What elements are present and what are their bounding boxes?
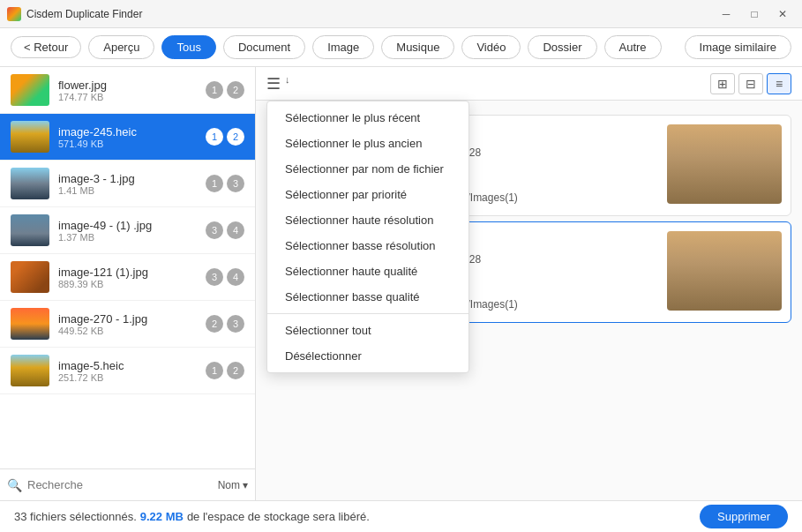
tab-musique[interactable]: Musique xyxy=(381,35,454,59)
close-button[interactable]: ✕ xyxy=(770,5,795,23)
file-thumbnail xyxy=(11,261,49,293)
entry-image-preview-2 xyxy=(667,231,782,311)
badge-1: 1 xyxy=(206,128,223,146)
tab-autre[interactable]: Autre xyxy=(604,35,662,59)
dropdown-item-low-res[interactable]: Sélectionner basse résolution xyxy=(267,233,468,259)
file-size: 251.72 KB xyxy=(58,372,200,383)
titlebar: Cisdem Duplicate Finder ─ □ ✕ xyxy=(0,0,802,28)
badge-2: 2 xyxy=(227,362,244,379)
right-panel: ☰ ↓ ⊞ ⊟ ≡ Sélectionner le plus récent Sé… xyxy=(256,67,802,500)
list-icon: ≡ xyxy=(776,77,783,91)
right-toolbar: ☰ ↓ ⊞ ⊟ ≡ xyxy=(256,67,802,101)
badge-2: 2 xyxy=(227,128,244,146)
file-size: 571.49 KB xyxy=(58,139,200,149)
file-name: image-49 - (1) .jpg xyxy=(58,219,200,232)
minimize-button[interactable]: ─ xyxy=(714,5,738,23)
search-bar: 🔍 Nom ▾ xyxy=(0,468,255,500)
file-thumbnail xyxy=(11,74,49,106)
list-item[interactable]: image-3 - 1.jpg 1.41 MB 1 3 xyxy=(0,161,255,207)
file-thumbnail xyxy=(11,355,49,386)
file-name: image-270 - 1.jpg xyxy=(58,312,200,326)
grid-icon: ⊞ xyxy=(717,77,728,91)
list-item[interactable]: flower.jpg 174.77 KB 1 2 xyxy=(0,67,255,114)
badge-2: 3 xyxy=(227,315,244,333)
dropdown-item-recent[interactable]: Sélectionner le plus récent xyxy=(267,105,468,131)
file-thumbnail xyxy=(11,308,49,340)
file-info: image-245.heic 571.49 KB xyxy=(58,125,200,149)
tab-apercu[interactable]: Aperçu xyxy=(88,35,154,59)
list-item[interactable]: image-5.heic 251.72 KB 1 2 xyxy=(0,348,255,394)
file-badges: 1 3 xyxy=(206,175,244,192)
tab-document[interactable]: Document xyxy=(223,35,305,59)
file-info: image-121 (1).jpg 889.39 KB xyxy=(58,266,200,289)
main-content: flower.jpg 174.77 KB 1 2 image-245.heic … xyxy=(0,67,802,500)
file-info: image-5.heic 251.72 KB xyxy=(58,359,200,383)
file-info: flower.jpg 174.77 KB xyxy=(58,79,200,102)
grid-view-button[interactable]: ⊞ xyxy=(710,73,735,94)
entry-image-1 xyxy=(667,124,782,204)
badge-1: 2 xyxy=(206,315,223,333)
file-badges: 3 4 xyxy=(206,221,244,239)
tab-video[interactable]: Vidéo xyxy=(461,35,521,59)
file-badges: 1 2 xyxy=(206,362,244,379)
sort-button[interactable]: Nom ▾ xyxy=(218,479,248,491)
dropdown-item-high-quality[interactable]: Sélectionner haute qualité xyxy=(267,259,468,284)
dropdown-item-priority[interactable]: Sélectionner par priorité xyxy=(267,182,468,207)
badge-2: 3 xyxy=(227,175,244,192)
file-name: image-5.heic xyxy=(58,359,200,372)
entry-image-preview-1 xyxy=(667,124,782,204)
file-size: 1.41 MB xyxy=(58,185,200,196)
delete-button[interactable]: Supprimer xyxy=(700,505,788,528)
badge-1: 1 xyxy=(206,81,223,99)
toolbar: < Retour Aperçu Tous Document Image Musi… xyxy=(0,28,802,67)
file-name: flower.jpg xyxy=(58,79,200,92)
search-icon: 🔍 xyxy=(7,478,22,492)
chevron-down-icon: ▾ xyxy=(243,479,248,491)
tab-tous[interactable]: Tous xyxy=(161,35,215,59)
file-size: 174.77 KB xyxy=(58,92,200,102)
file-list-panel: flower.jpg 174.77 KB 1 2 image-245.heic … xyxy=(0,67,256,500)
maximize-button[interactable]: □ xyxy=(742,5,767,23)
file-info: image-49 - (1) .jpg 1.37 MB xyxy=(58,219,200,243)
list-item[interactable]: image-270 - 1.jpg 449.52 KB 2 3 xyxy=(0,301,255,348)
list-item[interactable]: image-245.heic 571.49 KB 1 2 xyxy=(0,114,255,161)
file-size: 449.52 KB xyxy=(58,326,200,336)
dropdown-item-high-res[interactable]: Sélectionner haute résolution xyxy=(267,207,468,233)
files-count: 33 fichiers sélectionnés. xyxy=(14,510,137,523)
file-badges: 3 4 xyxy=(206,268,244,286)
file-thumbnail xyxy=(11,121,49,153)
search-input[interactable] xyxy=(27,478,213,491)
file-name: image-245.heic xyxy=(58,125,200,139)
file-size: 1.37 MB xyxy=(58,232,200,243)
tab-dossier[interactable]: Dossier xyxy=(528,35,596,59)
file-badges: 1 2 xyxy=(206,128,244,146)
back-button[interactable]: < Retour xyxy=(11,36,81,58)
storage-text: de l'espace de stockage sera libéré. xyxy=(187,510,370,523)
list-item[interactable]: image-121 (1).jpg 889.39 KB 3 4 xyxy=(0,254,255,301)
dropdown-item-deselect[interactable]: Désélectionner xyxy=(267,343,468,369)
similar-image-button[interactable]: Image similaire xyxy=(685,35,791,59)
list-view-button[interactable]: ≡ xyxy=(767,73,791,94)
file-info: image-3 - 1.jpg 1.41 MB xyxy=(58,172,200,196)
tab-image[interactable]: Image xyxy=(312,35,374,59)
file-info: image-270 - 1.jpg 449.52 KB xyxy=(58,312,200,336)
window-controls: ─ □ ✕ xyxy=(714,5,795,23)
dropdown-item-select-all[interactable]: Sélectionner tout xyxy=(267,318,468,343)
split-icon: ⊟ xyxy=(746,77,756,91)
badge-1: 1 xyxy=(206,175,223,192)
sort-menu-button[interactable]: ☰ ↓ xyxy=(266,74,290,94)
dropdown-divider xyxy=(267,313,468,314)
badge-2: 4 xyxy=(227,268,244,286)
app-title: Cisdem Duplicate Finder xyxy=(26,8,714,20)
sort-menu-indicator: ↓ xyxy=(285,74,290,85)
list-item[interactable]: image-49 - (1) .jpg 1.37 MB 3 4 xyxy=(0,207,255,254)
dropdown-item-low-quality[interactable]: Sélectionner basse qualité xyxy=(267,284,468,310)
split-view-button[interactable]: ⊟ xyxy=(738,73,763,94)
dropdown-item-name[interactable]: Sélectionner par nom de fichier xyxy=(267,156,468,182)
dropdown-menu: Sélectionner le plus récent Sélectionner… xyxy=(266,101,469,373)
file-thumbnail xyxy=(11,168,49,199)
entry-image-2 xyxy=(667,231,782,311)
storage-freed: 9.22 MB xyxy=(140,510,184,523)
file-thumbnail xyxy=(11,214,49,246)
dropdown-item-oldest[interactable]: Sélectionner le plus ancien xyxy=(267,131,468,156)
